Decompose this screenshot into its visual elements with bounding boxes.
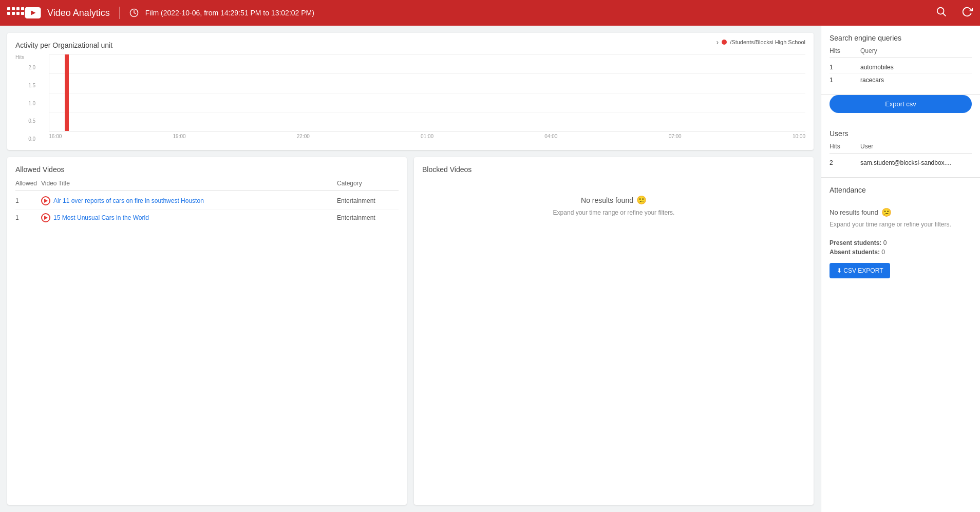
chart-x-labels: 16:00 19:00 22:00 01:00 04:00 07:00 10:0… <box>49 131 805 139</box>
grid-line-top <box>49 54 805 55</box>
se-query-2: racecars <box>860 77 972 84</box>
user-hits-1: 2 <box>830 159 850 166</box>
chart-bar-red <box>65 54 69 131</box>
absent-value: 0 <box>881 249 885 256</box>
time-range: Film (2022-10-06, from 14:29:51 PM to 13… <box>145 9 314 17</box>
users-row: 2 sam.student@blocksi-sandbox.... <box>830 157 972 169</box>
legend-label: /Students/Blocksi High School <box>730 39 805 45</box>
allowed-videos-card: Allowed Videos Allowed Video Title Categ… <box>7 157 407 505</box>
legend-expand-btn[interactable]: › <box>717 38 719 46</box>
chart-area: Hits 2.0 1.5 1.0 0.5 0.0 <box>15 54 805 142</box>
se-hits-2: 1 <box>830 77 850 84</box>
main-layout: Activity per Organizational unit › /Stud… <box>0 26 980 512</box>
attendance-section: Attendance No results found 😕 Expand you… <box>821 178 980 287</box>
right-panel: Search engine queries Hits Query 1 autom… <box>821 26 980 512</box>
blocked-videos-card: Blocked Videos No results found 😕 Expand… <box>414 157 814 505</box>
blocked-no-results: No results found 😕 Expand your time rang… <box>422 180 805 232</box>
left-panel: Activity per Organizational unit › /Stud… <box>0 26 821 512</box>
apps-icon[interactable] <box>7 7 18 18</box>
x-label-2200: 22:00 <box>297 134 310 139</box>
grid-line-75 <box>49 112 805 112</box>
x-label-0700: 07:00 <box>669 134 682 139</box>
table-row: 1 15 Most Unusual Cars in the World Ente… <box>15 210 399 226</box>
reload-icon[interactable] <box>962 6 973 20</box>
attendance-no-results-text: No results found 😕 <box>830 207 972 217</box>
clock-icon <box>129 8 139 18</box>
absent-students: Absent students: 0 <box>830 249 972 256</box>
se-col-query: Query <box>860 47 972 54</box>
search-engine-row: 1 racecars <box>830 74 972 86</box>
app-title: Video Analytics <box>47 8 110 18</box>
allowed-col-hits: Allowed <box>15 180 41 187</box>
csv-export-button[interactable]: ⬇ CSV EXPORT <box>830 263 890 278</box>
activity-chart-title: Activity per Organizational unit <box>15 41 805 49</box>
users-col-user: User <box>860 143 972 150</box>
absent-label: Absent students: <box>830 249 880 256</box>
blocked-no-results-sub: Expand your time range or refine your fi… <box>553 209 675 216</box>
row-category-2: Entertainment <box>337 214 399 221</box>
y-tick-2: 2.0 <box>28 65 35 70</box>
search-engine-title: Search engine queries <box>830 34 972 42</box>
y-tick-15: 1.5 <box>28 83 35 88</box>
topnav: Video Analytics Film (2022-10-06, from 1… <box>0 0 980 26</box>
svg-point-3 <box>937 7 944 14</box>
row-title-1[interactable]: Air 11 over reports of cars on fire in s… <box>41 196 337 205</box>
allowed-col-category: Category <box>337 180 399 187</box>
users-title: Users <box>830 129 972 138</box>
attendance-no-results: No results found 😕 Expand your time rang… <box>830 199 972 233</box>
chart-y-axis: 2.0 1.5 1.0 0.5 0.0 <box>28 65 40 142</box>
chart-body <box>49 54 805 131</box>
row-hits-1: 1 <box>15 197 41 204</box>
row-title-2[interactable]: 15 Most Unusual Cars in the World <box>41 213 337 222</box>
export-csv-button[interactable]: Export csv <box>830 95 972 113</box>
chart-legend: › /Students/Blocksi High School <box>717 38 805 46</box>
se-col-hits: Hits <box>830 47 850 54</box>
users-header: Hits User <box>830 143 972 154</box>
nav-divider <box>119 7 120 19</box>
table-row: 1 Air 11 over reports of cars on fire in… <box>15 193 399 210</box>
allowed-col-title: Video Title <box>41 180 337 187</box>
grid-line-50 <box>49 93 805 93</box>
play-icon-2 <box>41 213 50 222</box>
search-icon[interactable] <box>936 6 947 20</box>
grid-line-25 <box>49 73 805 74</box>
se-query-1: automobiles <box>860 64 972 71</box>
x-label-0100: 01:00 <box>421 134 434 139</box>
attendance-stats: Present students: 0 Absent students: 0 <box>830 239 972 256</box>
video-title-1: Air 11 over reports of cars on fire in s… <box>53 197 204 204</box>
users-col-hits: Hits <box>830 143 850 150</box>
search-engine-section: Search engine queries Hits Query 1 autom… <box>821 26 980 95</box>
se-hits-1: 1 <box>830 64 850 71</box>
y-label-hits: Hits <box>15 54 24 60</box>
x-label-1600: 16:00 <box>49 134 62 139</box>
user-email-1: sam.student@blocksi-sandbox.... <box>860 159 972 166</box>
present-value: 0 <box>883 239 887 246</box>
play-icon-1 <box>41 196 50 205</box>
present-students: Present students: 0 <box>830 239 972 246</box>
present-label: Present students: <box>830 239 881 246</box>
y-tick-1: 1.0 <box>28 101 35 106</box>
attendance-sad-emoji: 😕 <box>881 207 892 217</box>
x-label-0400: 04:00 <box>544 134 557 139</box>
x-label-1900: 19:00 <box>173 134 186 139</box>
activity-chart-card: Activity per Organizational unit › /Stud… <box>7 33 814 150</box>
blocked-no-results-text: No results found 😕 <box>581 195 647 205</box>
users-section: Users Hits User 2 sam.student@blocksi-sa… <box>821 121 980 178</box>
y-tick-05: 0.5 <box>28 118 35 124</box>
svg-line-4 <box>943 13 946 16</box>
row-category-1: Entertainment <box>337 197 399 204</box>
sad-emoji: 😕 <box>636 195 647 205</box>
y-tick-0: 0.0 <box>28 136 35 142</box>
attendance-title: Attendance <box>830 186 972 194</box>
lower-section: Allowed Videos Allowed Video Title Categ… <box>7 157 814 505</box>
row-hits-2: 1 <box>15 214 41 221</box>
search-engine-header: Hits Query <box>830 47 972 58</box>
video-title-2: 15 Most Unusual Cars in the World <box>53 214 149 221</box>
blocked-videos-title: Blocked Videos <box>422 165 805 174</box>
allowed-videos-header: Allowed Video Title Category <box>15 180 399 191</box>
allowed-videos-title: Allowed Videos <box>15 165 399 174</box>
youtube-icon <box>25 7 41 18</box>
search-engine-row: 1 automobiles <box>830 61 972 74</box>
x-label-1000: 10:00 <box>793 134 805 139</box>
attendance-no-results-sub: Expand your time range or refine your fi… <box>830 220 972 229</box>
